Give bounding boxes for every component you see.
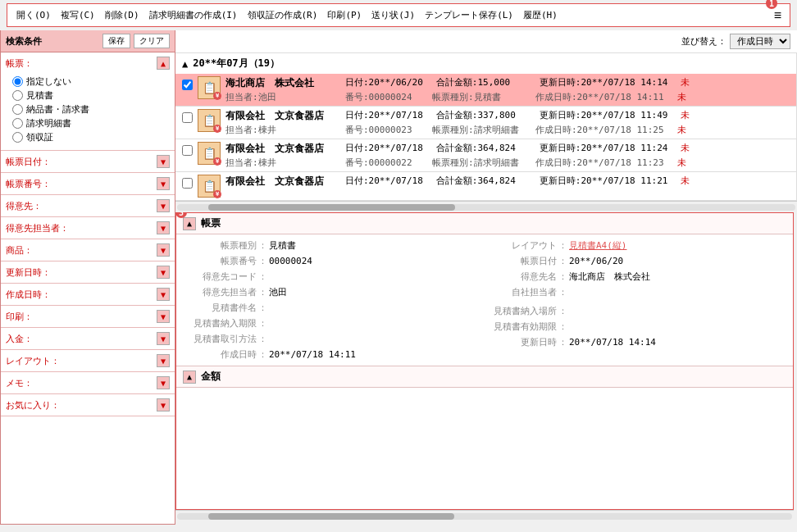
sidebar-section-payment: 入金： ▼ [1,328,175,350]
detail-label-created: 作成日時 [183,348,257,361]
sidebar-save-btn[interactable]: 保存 [102,34,130,48]
list-item[interactable]: 📋 ¥ 有限会社 文京食器店 日付:20**/07/18 合計金額:364,82… [175,172,796,201]
detail-row-num: 帳票番号 ： 00000024 [176,253,485,269]
sidebar-expand-favorite[interactable]: ▼ [157,398,170,412]
toolbar-menu-btn[interactable]: ≡ [771,8,785,23]
detail-row-type: 帳票種別 ： 見積書 [176,238,485,253]
list-item[interactable]: 📋 ¥ 海北商店 株式会社 日付:20**/06/20 合計金額:15,000 … [175,74,796,107]
detail-row-cust-name: 得意先名 ： 海北商店 株式会社 [485,269,793,284]
list-item-company-1: 海北商店 株式会社 [225,76,332,90]
radio-estimate[interactable]: 見積書 [12,89,163,102]
list-item-number-2: 番号:00000023 [345,124,419,136]
toolbar-copy-btn[interactable]: 複写(C) [57,7,99,23]
list-item-person-3: 担当者:棟井 [225,157,332,169]
list-item-amount-1: 合計金額:15,000 [436,76,526,90]
detail-hscroll[interactable] [175,510,794,521]
list-item-checkbox-4[interactable] [182,178,193,189]
list-item[interactable]: 📋 ¥ 有限会社 文京食器店 日付:20**/07/18 合計金額:337,80… [175,107,796,139]
sidebar-section-favorite: お気に入り： ▼ [1,394,175,416]
detail-row-updated: 更新日時 ： 20**/07/18 14:14 [485,334,793,350]
sidebar-expand-voucher-date[interactable]: ▼ [157,155,170,168]
list-item-date-3: 日付:20**/07/18 [345,142,423,156]
toolbar-send-btn[interactable]: 送り状(J) [367,7,419,23]
radio-invoice-detail[interactable]: 請求明細書 [12,117,163,130]
list-item-status1-1: 未 [681,76,697,90]
detail-label-company-rep: 自社担当者 [491,286,557,298]
sidebar-expand-layout[interactable]: ▼ [157,354,170,367]
list-item-checkbox-3[interactable] [182,145,193,156]
sidebar-section-customer: 得意先： ▼ [1,195,175,217]
detail-value-updated: 20**/07/18 14:14 [569,337,656,348]
sidebar-expand-voucher-num[interactable]: ▼ [157,177,170,190]
detail-row-cust-rep: 得意先担当者 ： 池田 [176,284,485,300]
list-item-status1-2: 未 [681,109,697,123]
month-arrow-up[interactable]: ▲ [182,58,188,70]
list-item-type-1: 帳票種別:見積書 [432,91,522,103]
sort-bar: 並び替え： 作成日時 更新日時 帳票日付 帳票番号 [175,30,797,53]
detail-value-cust-name: 海北商店 株式会社 [569,271,650,283]
radio-receipt[interactable]: 領収証 [12,131,163,143]
list-area: ▲ 20**年07月（19） 📋 ¥ 海北商店 株式会社 [175,53,797,201]
list-item-amount-3: 合計金額:364,824 [436,142,526,156]
detail-row-cust-code: 得意先コード ： [176,269,485,284]
detail-label-voucher-date: 帳票日付 [491,255,557,267]
detail-collapse-amount-btn[interactable]: ▲ [183,371,196,384]
sidebar-clear-btn[interactable]: クリア [134,34,170,48]
detail-row-validity: 見積書有効期限 ： [485,319,793,334]
detail-value-voucher-date: 20**/06/20 [569,256,623,266]
list-item-company-4: 有限会社 文京食器店 [225,175,332,189]
toolbar-template-save-btn[interactable]: テンプレート保存(L) [421,7,517,23]
list-item-checkbox-2[interactable] [182,112,193,123]
list-hscroll[interactable] [175,201,797,212]
toolbar-delete-btn[interactable]: 削除(D) [101,7,143,23]
sidebar-expand-payment[interactable]: ▼ [157,332,170,345]
sidebar-expand-memo[interactable]: ▼ [157,376,170,389]
list-item-icon-1: 📋 ¥ [198,76,221,99]
sidebar-expand-voucher-type[interactable]: ▲ [157,57,170,70]
toolbar-open-btn[interactable]: 開く(O) [12,7,55,23]
detail-value-num: 00000024 [269,256,312,266]
sidebar-expand-customer[interactable]: ▼ [157,199,170,212]
list-item-status1-3: 未 [681,142,697,156]
sidebar-section-voucher-date: 帳票日付： ▼ [1,151,175,173]
radio-none[interactable]: 指定しない [12,75,163,88]
sidebar-expand-print[interactable]: ▼ [157,310,170,323]
sidebar-section-product: 商品： ▼ [1,239,175,261]
detail-label-subject: 見積書件名 [183,302,257,314]
list-item-date-1: 日付:20**/06/20 [345,76,423,90]
radio-delivery[interactable]: 納品書・請求書 [12,103,163,116]
list-item-amount-2: 合計金額:337,800 [436,109,526,123]
toolbar-history-btn[interactable]: 履歴(H) [519,7,562,23]
list-item-icon-2: 📋 ¥ [198,109,221,132]
list-item-details-4: 有限会社 文京食器店 日付:20**/07/18 合計金額:364,824 更新… [225,175,790,189]
month-header: ▲ 20**年07月（19） [175,53,796,74]
list-item-company-2: 有限会社 文京食器店 [225,109,332,123]
list-item-type-3: 帳票種別:請求明細書 [432,157,522,169]
detail-label-deadline: 見積書納入期限 [183,317,257,330]
toolbar-print-btn[interactable]: 印刷(P) [323,7,366,23]
sidebar-expand-created[interactable]: ▼ [157,288,170,301]
toolbar-invoice-detail-btn[interactable]: 請求明細書の作成(I) [145,7,242,23]
sidebar-title: 検索条件 [6,35,42,48]
list-item[interactable]: 📋 ¥ 有限会社 文京食器店 日付:20**/07/18 合計金額:364,82… [175,139,796,172]
sidebar-section-updated: 更新日時： ▼ [1,261,175,284]
month-label: 20**年07月（19） [193,57,280,70]
list-item-updated-4: 更新日時:20**/07/18 11:21 [540,175,668,189]
list-item-date-2: 日付:20**/07/18 [345,109,423,123]
list-item-status2-1: 未 [677,91,694,103]
list-item-status2-3: 未 [677,157,694,169]
detail-label-validity: 見積書有効期限 [491,321,557,333]
sort-label: 並び替え： [681,35,726,48]
detail-label-type: 帳票種別 [183,239,257,252]
detail-collapse-voucher-btn[interactable]: ▲ [183,217,196,230]
sort-select[interactable]: 作成日時 更新日時 帳票日付 帳票番号 [730,34,790,49]
list-item-company-3: 有限会社 文京食器店 [225,142,332,156]
sidebar-expand-customer-rep[interactable]: ▼ [157,221,170,234]
list-item-created-3: 作成日時:20**/07/18 11:23 [535,157,664,169]
sidebar-expand-updated[interactable]: ▼ [157,266,170,279]
sidebar-expand-product[interactable]: ▼ [157,243,170,257]
toolbar-receipt-btn[interactable]: 領収証の作成(R) [244,7,322,23]
detail-value-layout[interactable]: 見積書A4(縦) [569,239,627,252]
list-item-checkbox-1[interactable] [182,80,193,90]
list-item-number-1: 番号:00000024 [345,91,419,103]
